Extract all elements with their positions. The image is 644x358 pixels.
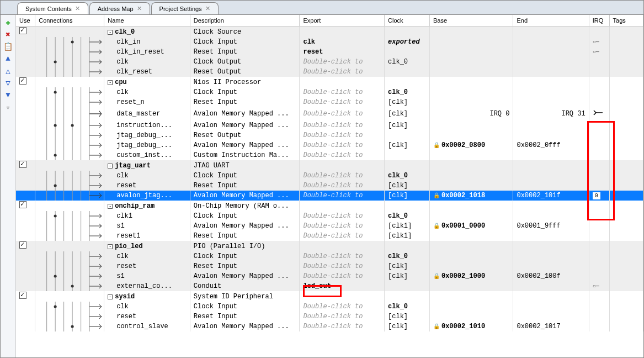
- export-cell[interactable]: [300, 291, 385, 302]
- tab-address-map[interactable]: Address Map ✕: [89, 2, 150, 14]
- tags-cell[interactable]: [609, 302, 643, 312]
- base-cell[interactable]: [429, 281, 513, 291]
- tags-cell[interactable]: [609, 322, 643, 331]
- irq-cell[interactable]: 0: [589, 191, 609, 201]
- export-cell[interactable]: Double-click to: [300, 140, 385, 150]
- tags-cell[interactable]: [609, 140, 643, 150]
- base-cell[interactable]: [429, 27, 513, 38]
- irq-cell[interactable]: [589, 171, 609, 181]
- irq-cell[interactable]: [589, 322, 609, 331]
- table-row[interactable]: clkClock InputDouble-click toclk_0: [16, 302, 643, 312]
- expander-icon[interactable]: -: [108, 294, 113, 299]
- connection-cell[interactable]: [35, 221, 104, 231]
- export-cell[interactable]: Double-click to: [300, 150, 385, 160]
- connection-cell[interactable]: [35, 231, 104, 241]
- base-cell[interactable]: [429, 57, 513, 67]
- base-cell[interactable]: [429, 150, 513, 160]
- expander-icon[interactable]: -: [108, 244, 113, 249]
- table-row[interactable]: -cpuNios II Processor: [16, 77, 643, 87]
- irq-cell[interactable]: [589, 312, 609, 322]
- base-cell[interactable]: [429, 251, 513, 261]
- irq-cell[interactable]: [589, 221, 609, 231]
- export-cell[interactable]: reset: [300, 47, 385, 57]
- irq-cell[interactable]: [589, 150, 609, 160]
- header-clock[interactable]: Clock: [385, 15, 430, 27]
- connection-cell[interactable]: [35, 281, 104, 291]
- connection-cell[interactable]: [35, 211, 104, 221]
- export-cell[interactable]: Double-click to: [300, 191, 385, 201]
- base-cell[interactable]: 🔒0x0002_1018: [429, 191, 513, 201]
- clock-cell[interactable]: clk_0: [385, 57, 430, 67]
- irq-cell[interactable]: [589, 302, 609, 312]
- base-cell[interactable]: [429, 160, 513, 171]
- filter-button[interactable]: ▿: [3, 102, 13, 112]
- tags-cell[interactable]: [609, 150, 643, 160]
- export-cell[interactable]: Double-click to: [300, 312, 385, 322]
- connection-cell[interactable]: [35, 150, 104, 160]
- irq-cell[interactable]: [589, 160, 609, 171]
- move-up-button[interactable]: △: [3, 66, 13, 76]
- irq-cell[interactable]: ○─: [589, 47, 609, 57]
- clock-cell[interactable]: [clk]: [385, 322, 430, 331]
- export-cell[interactable]: [300, 27, 385, 38]
- table-row[interactable]: s1Avalon Memory Mapped ...Double-click t…: [16, 271, 643, 281]
- tags-cell[interactable]: [609, 261, 643, 271]
- tags-cell[interactable]: [609, 107, 643, 120]
- export-cell[interactable]: Double-click to: [300, 97, 385, 107]
- use-checkbox[interactable]: [19, 292, 26, 299]
- table-row[interactable]: control_slaveAvalon Memory Mapped ...Dou…: [16, 322, 643, 331]
- tags-cell[interactable]: [609, 67, 643, 77]
- irq-cell[interactable]: [589, 120, 609, 130]
- header-use[interactable]: Use: [16, 15, 35, 27]
- table-row[interactable]: resetReset InputDouble-click to[clk]: [16, 261, 643, 271]
- clock-cell[interactable]: [385, 27, 430, 38]
- tags-cell[interactable]: [609, 201, 643, 211]
- export-cell[interactable]: Double-click to: [300, 302, 385, 312]
- clock-cell[interactable]: [clk]: [385, 261, 430, 271]
- clock-cell[interactable]: [clk]: [385, 312, 430, 322]
- use-checkbox[interactable]: [19, 161, 26, 168]
- tab-system-contents[interactable]: System Contents ✕: [17, 2, 88, 14]
- export-cell[interactable]: Double-click to: [300, 221, 385, 231]
- connection-cell[interactable]: [35, 312, 104, 322]
- clock-cell[interactable]: [clk]: [385, 97, 430, 107]
- expander-icon[interactable]: -: [108, 164, 113, 169]
- tags-cell[interactable]: [609, 160, 643, 171]
- clock-cell[interactable]: [385, 130, 430, 140]
- irq-cell[interactable]: [589, 211, 609, 221]
- table-row[interactable]: clk_resetReset OutputDouble-click to: [16, 67, 643, 77]
- move-down-button[interactable]: ▽: [3, 78, 13, 88]
- table-row[interactable]: -onchip_ramOn-Chip Memory (RAM o...: [16, 201, 643, 211]
- header-connections[interactable]: Connections: [35, 15, 104, 27]
- base-cell[interactable]: [429, 241, 513, 251]
- clock-cell[interactable]: [clk]: [385, 107, 430, 120]
- expander-icon[interactable]: -: [108, 30, 113, 35]
- table-row[interactable]: clkClock OutputDouble-click toclk_0: [16, 57, 643, 67]
- expander-icon[interactable]: -: [108, 204, 113, 209]
- clock-cell[interactable]: clk_0: [385, 211, 430, 221]
- tags-cell[interactable]: [609, 191, 643, 201]
- close-icon[interactable]: ✕: [137, 5, 142, 12]
- table-row[interactable]: data_masterAvalon Memory Mapped ...Doubl…: [16, 107, 643, 120]
- base-cell[interactable]: [429, 312, 513, 322]
- connection-cell[interactable]: [35, 171, 104, 181]
- export-cell[interactable]: Double-click to: [300, 181, 385, 191]
- remove-button[interactable]: ✖: [3, 29, 13, 39]
- connection-cell[interactable]: [35, 261, 104, 271]
- table-row[interactable]: clkClock InputDouble-click toclk_0: [16, 251, 643, 261]
- clock-cell[interactable]: [385, 281, 430, 291]
- irq-cell[interactable]: [589, 77, 609, 87]
- tags-cell[interactable]: [609, 251, 643, 261]
- connection-cell[interactable]: [35, 160, 104, 171]
- connection-cell[interactable]: [35, 120, 104, 130]
- export-cell[interactable]: Double-click to: [300, 322, 385, 331]
- header-end[interactable]: End: [513, 15, 589, 27]
- tags-cell[interactable]: [609, 37, 643, 47]
- clock-cell[interactable]: [385, 67, 430, 77]
- table-row[interactable]: reset_nReset InputDouble-click to[clk]: [16, 97, 643, 107]
- header-tags[interactable]: Tags: [609, 15, 643, 27]
- tags-cell[interactable]: [609, 211, 643, 221]
- connection-cell[interactable]: [35, 291, 104, 302]
- tags-cell[interactable]: [609, 231, 643, 241]
- clock-cell[interactable]: [clk]: [385, 271, 430, 281]
